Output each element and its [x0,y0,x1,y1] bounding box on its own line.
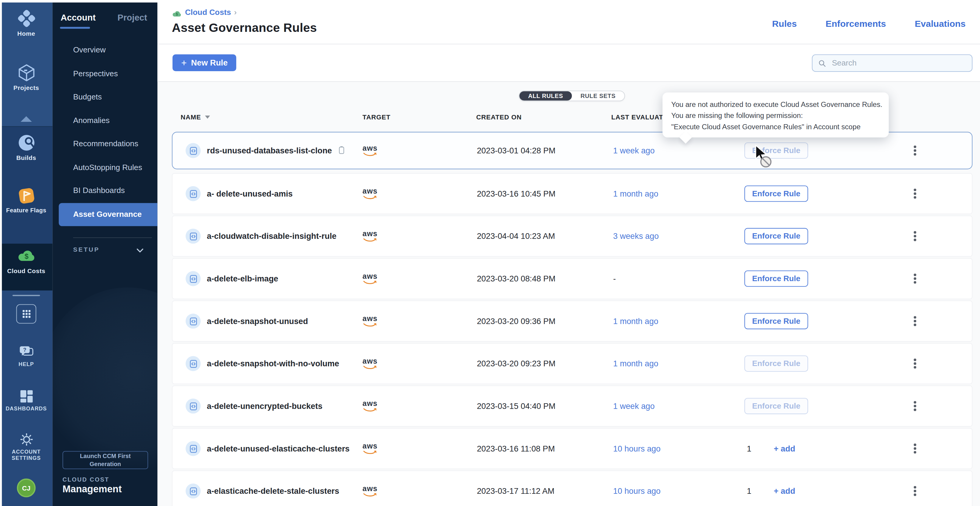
rules-content: ALL RULES RULE SETS NAMETARGETCREATED ON… [158,82,980,506]
add-enforcement-button[interactable]: + add [774,444,795,453]
page-header: $ Cloud Costs › Asset Governance Rules R… [158,0,980,44]
subnav-items: OverviewPerspectivesBudgetsAnomaliesReco… [52,39,158,226]
last-evaluation-link[interactable]: 1 month ago [613,189,659,198]
table-row[interactable]: a-delete-snapshot-unusedaws2023-03-20 09… [172,300,972,342]
aws-target-label: aws [362,230,377,237]
tab-all-rules[interactable]: ALL RULES [519,91,572,100]
last-evaluation-link[interactable]: 1 week ago [613,146,655,155]
tab-rule-sets[interactable]: RULE SETS [572,91,624,100]
svg-text:$: $ [176,12,178,16]
row-menu-kebab[interactable] [910,315,920,327]
table-row[interactable]: a-delete-snapshot-with-no-volumeaws2023-… [172,343,972,384]
enforce-rule-button[interactable]: Enforce Rule [744,270,808,287]
dashboards-button[interactable]: DASHBOARDS [0,389,52,412]
breadcrumb-cloud-costs-link[interactable]: Cloud Costs [185,8,231,17]
nav-item-overview[interactable]: Overview [52,39,158,62]
table-row[interactable]: a-delete-elb-imageaws2023-03-20 08:48 PM… [172,258,972,299]
toolbar: + New Rule [158,44,980,82]
rule-icon [186,229,200,244]
table-row[interactable]: a-cloudwatch-disable-insight-ruleaws2023… [172,216,972,257]
enforce-rule-button[interactable]: Enforce Rule [744,228,808,244]
header-link-evaluations[interactable]: Evaluations [915,19,966,29]
nav-item-anomalies[interactable]: Anomalies [52,109,158,133]
last-evaluation-link[interactable]: 1 week ago [613,401,655,411]
enforce-rule-button[interactable]: Enforce Rule [744,186,808,202]
enforcement-count: 1 [747,486,751,496]
enforce-rule-button[interactable]: Enforce Rule [744,313,808,329]
row-menu-kebab[interactable] [910,400,920,412]
nav-item-recommendations[interactable]: Recommendations [52,133,158,156]
tab-project[interactable]: Project [118,13,147,23]
column-header-name[interactable]: NAME [181,113,210,121]
nav-item-autostopping-rules[interactable]: AutoStopping Rules [52,156,158,179]
module-projects[interactable]: Projects [0,63,52,92]
module-feature-flags[interactable]: Feature Flags [0,186,52,214]
module-home[interactable]: Home [0,9,52,37]
row-menu-kebab[interactable] [910,187,920,200]
tab-account[interactable]: Account [60,13,95,23]
rule-icon [186,186,200,201]
row-menu-kebab[interactable] [910,273,920,285]
account-settings-button[interactable]: ACCOUNT SETTINGS [0,431,52,461]
add-enforcement-button[interactable]: + add [774,486,795,496]
help-button[interactable]: ? HELP [0,344,52,368]
aws-smile-icon [363,280,377,285]
aws-target-logo: aws [362,400,378,412]
enforce-rule-button[interactable]: Enforce Rule [744,398,808,414]
row-menu-kebab[interactable] [910,144,920,157]
launch-ccm-first-gen-button[interactable]: Launch CCM First Generation [62,451,148,469]
nav-item-perspectives[interactable]: Perspectives [52,62,158,86]
aws-target-label: aws [362,315,377,322]
rules-view-toggle: ALL RULES RULE SETS [519,90,625,101]
table-row[interactable]: a-elasticache-delete-stale-clustersaws20… [172,470,972,506]
header-link-enforcements[interactable]: Enforcements [826,19,886,29]
created-on: 2023-03-16 11:08 PM [477,444,555,453]
aws-target-logo: aws [362,230,378,243]
nav-item-asset-governance[interactable]: Asset Governance [59,203,158,226]
last-evaluation-link[interactable]: 1 month ago [613,316,659,325]
table-row[interactable]: a-delete-unused-elasticache-clustersaws2… [172,428,972,469]
new-rule-button[interactable]: + New Rule [172,54,237,71]
table-row[interactable]: a- delete-unused-amisaws2023-03-16 10:45… [172,173,972,214]
header-link-rules[interactable]: Rules [772,19,797,29]
last-evaluation-link[interactable]: 3 weeks ago [613,232,659,241]
module-cloud-costs-label: Cloud Costs [0,267,52,274]
tooltip-line: You are not authorized to execute Cloud … [671,98,880,110]
table-row[interactable]: a-delete-unencrypted-bucketsaws2023-03-1… [172,385,972,427]
rule-icon [186,143,200,158]
row-menu-kebab[interactable] [910,357,920,370]
copy-icon[interactable] [337,146,346,155]
module-picker-button[interactable] [16,305,37,324]
last-evaluation-link[interactable]: 10 hours ago [613,444,660,453]
row-menu-kebab[interactable] [910,230,920,243]
enforce-rule-button[interactable]: Enforce Rule [744,142,808,159]
aws-target-logo: aws [362,357,378,370]
breadcrumb-separator: › [234,8,237,17]
rule-icon [186,484,200,498]
module-cloud-costs[interactable]: $ Cloud Costs [0,246,52,274]
last-evaluation-link[interactable]: 1 month ago [613,359,659,368]
permission-tooltip: You are not authorized to execute Cloud … [662,92,889,137]
last-evaluation-link[interactable]: 10 hours ago [613,486,660,496]
user-avatar[interactable]: CJ [17,479,36,497]
module-builds[interactable]: Builds [0,133,52,162]
aws-smile-icon [363,152,377,157]
aws-target-label: aws [362,485,377,492]
help-label: HELP [0,362,52,368]
enforce-rule-button[interactable]: Enforce Rule [744,355,808,372]
cloud-dollar-icon: $ [17,246,36,265]
row-menu-kebab[interactable] [910,442,920,455]
nav-item-bi-dashboards[interactable]: BI Dashboards [52,179,158,203]
account-settings-label: ACCOUNT SETTINGS [0,449,52,461]
breadcrumb: $ Cloud Costs › [172,8,237,17]
rule-icon [186,271,200,286]
row-menu-kebab[interactable] [910,485,920,497]
nav-item-budgets[interactable]: Budgets [52,86,158,109]
cloud-costs-breadcrumb-icon: $ [172,9,182,16]
collapse-modules-icon[interactable] [21,116,32,122]
setup-section-toggle[interactable]: SETUP [52,244,158,258]
search-input[interactable] [831,58,966,68]
aws-smile-icon [363,408,377,412]
search-box [812,54,972,72]
rule-name: a-delete-snapshot-with-no-volume [207,359,339,368]
